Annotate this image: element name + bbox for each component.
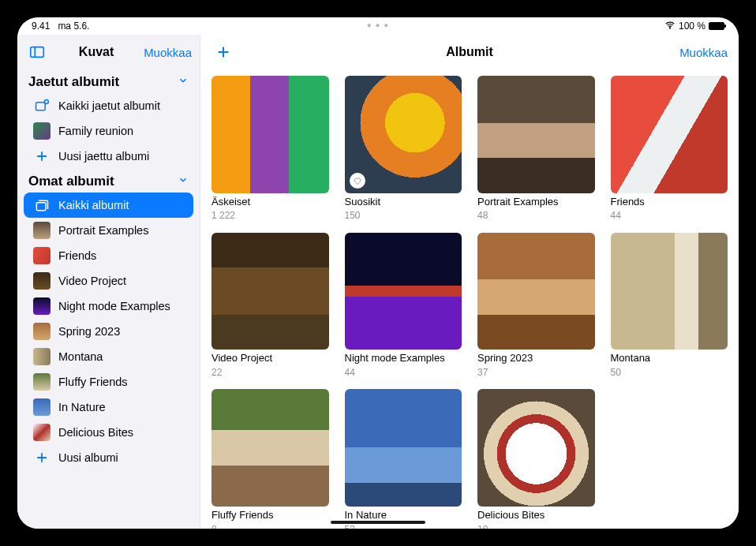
sidebar-item-label: Night mode Examples bbox=[58, 300, 170, 312]
album-count: 8 bbox=[211, 525, 329, 529]
sidebar-item-label: Fluffy Friends bbox=[58, 376, 128, 388]
album-tile[interactable]: Montana50 bbox=[611, 233, 728, 379]
battery-percent: 100 % bbox=[679, 21, 705, 32]
my-albums-label: Omat albumit bbox=[28, 174, 114, 189]
album-cover[interactable] bbox=[345, 233, 462, 350]
svg-point-0 bbox=[669, 27, 670, 28]
screen: 9.41 ma 5.6. ● ● ● 100 % Kuvat bbox=[17, 17, 739, 529]
sidebar-item-label: In Nature bbox=[58, 401, 106, 413]
album-tile[interactable]: Portrait Examples48 bbox=[477, 76, 595, 222]
sidebar-item-family-reunion[interactable]: Family reunion bbox=[24, 118, 193, 144]
sidebar-item-new-album[interactable]: Uusi albumi bbox=[24, 445, 193, 470]
shared-album-icon bbox=[33, 97, 51, 114]
album-thumb-icon bbox=[33, 398, 51, 416]
album-count: 53 bbox=[345, 525, 462, 529]
sidebar-item-label: Spring 2023 bbox=[58, 325, 120, 338]
album-cover[interactable] bbox=[477, 76, 595, 193]
album-name: In Nature bbox=[345, 510, 462, 522]
sidebar-item-label: Kaikki albumit bbox=[58, 199, 129, 211]
ipad-frame: 9.41 ma 5.6. ● ● ● 100 % Kuvat bbox=[0, 0, 756, 546]
battery-icon bbox=[709, 22, 724, 30]
sidebar-item-label: Uusi albumi bbox=[58, 451, 118, 464]
sidebar-item-label: Delicious Bites bbox=[58, 426, 133, 439]
sidebar-item-label: Montana bbox=[58, 350, 103, 363]
album-cover[interactable] bbox=[611, 76, 728, 193]
sidebar-edit-button[interactable]: Muokkaa bbox=[144, 46, 192, 59]
album-thumb-icon bbox=[33, 323, 51, 340]
main-header: Albumit Muokkaa bbox=[200, 35, 739, 69]
album-name: Spring 2023 bbox=[477, 353, 595, 365]
sidebar-title: Kuvat bbox=[55, 45, 137, 59]
album-thumb-icon bbox=[33, 373, 51, 391]
album-cover[interactable] bbox=[211, 389, 329, 507]
album-cover[interactable] bbox=[611, 233, 728, 350]
sidebar-item-album[interactable]: Spring 2023 bbox=[24, 319, 193, 344]
sidebar-header: Kuvat Muokkaa bbox=[17, 35, 200, 69]
sidebar-item-album[interactable]: Delicious Bites bbox=[24, 420, 193, 445]
sidebar-item-all-albums[interactable]: Kaikki albumit bbox=[24, 193, 193, 218]
plus-icon bbox=[33, 449, 51, 466]
album-tile[interactable]: Night mode Examples44 bbox=[345, 233, 462, 379]
plus-icon bbox=[33, 148, 51, 165]
album-thumb-icon bbox=[33, 348, 51, 365]
sidebar-item-label: Video Project bbox=[58, 275, 126, 287]
album-name: Friends bbox=[611, 196, 728, 208]
album-thumb-icon bbox=[33, 247, 51, 264]
album-tile[interactable]: Delicious Bites10 bbox=[477, 389, 595, 529]
album-thumb-icon bbox=[33, 297, 51, 315]
album-count: 50 bbox=[611, 368, 728, 378]
status-date: ma 5.6. bbox=[58, 21, 89, 32]
album-cover[interactable] bbox=[477, 233, 595, 350]
main-edit-button[interactable]: Muokkaa bbox=[679, 46, 728, 59]
status-right: 100 % bbox=[664, 20, 724, 33]
album-tile[interactable]: Suosikit150 bbox=[345, 76, 462, 222]
album-tile[interactable]: Friends44 bbox=[611, 76, 728, 222]
sidebar-item-album[interactable]: Night mode Examples bbox=[24, 294, 193, 319]
album-cover[interactable] bbox=[211, 233, 329, 350]
sidebar-item-album[interactable]: Friends bbox=[24, 243, 193, 268]
chevron-down-icon bbox=[178, 174, 189, 189]
album-count: 48 bbox=[477, 211, 595, 221]
albums-stack-icon bbox=[33, 196, 51, 214]
sidebar-item-album[interactable]: Fluffy Friends bbox=[24, 369, 193, 395]
album-count: 22 bbox=[211, 368, 329, 378]
sidebar-item-all-shared[interactable]: Kaikki jaetut albumit bbox=[24, 93, 193, 118]
album-cover[interactable] bbox=[477, 389, 595, 507]
shared-albums-header[interactable]: Jaetut albumit bbox=[17, 69, 200, 93]
album-thumb-icon bbox=[33, 424, 51, 441]
home-indicator[interactable] bbox=[331, 521, 425, 524]
add-button[interactable] bbox=[211, 40, 235, 64]
album-tile[interactable]: Äskeiset1 222 bbox=[211, 76, 329, 222]
sidebar-item-new-shared[interactable]: Uusi jaettu albumi bbox=[24, 144, 193, 169]
main-title: Albumit bbox=[446, 45, 493, 59]
sidebar-item-label: Family reunion bbox=[58, 125, 133, 137]
album-name: Video Project bbox=[211, 353, 329, 365]
multitask-dots-icon[interactable]: ● ● ● bbox=[367, 21, 390, 29]
album-thumb-icon bbox=[33, 122, 51, 140]
album-tile[interactable]: In Nature53 bbox=[345, 389, 462, 529]
album-cover[interactable] bbox=[345, 389, 462, 507]
sidebar-item-album[interactable]: Montana bbox=[24, 344, 193, 369]
sidebar-item-album[interactable]: Portrait Examples bbox=[24, 218, 193, 243]
sidebar-toggle-button[interactable] bbox=[25, 40, 49, 64]
sidebar-item-album[interactable]: In Nature bbox=[24, 395, 193, 420]
album-tile[interactable]: Fluffy Friends8 bbox=[211, 389, 329, 529]
sidebar-item-label: Portrait Examples bbox=[58, 224, 148, 237]
album-count: 150 bbox=[345, 211, 462, 221]
sidebar-item-label: Friends bbox=[58, 249, 96, 262]
album-tile[interactable]: Video Project22 bbox=[211, 233, 329, 379]
album-tile[interactable]: Spring 202337 bbox=[477, 233, 595, 379]
album-name: Night mode Examples bbox=[345, 353, 462, 365]
album-cover[interactable] bbox=[211, 76, 329, 193]
album-name: Montana bbox=[611, 353, 728, 365]
sidebar-item-label: Uusi jaettu albumi bbox=[58, 150, 149, 163]
status-bar: 9.41 ma 5.6. ● ● ● 100 % bbox=[17, 17, 739, 35]
main-panel: Albumit Muokkaa Äskeiset1 222Suosikit150… bbox=[200, 35, 739, 529]
album-count: 44 bbox=[611, 211, 728, 221]
album-cover[interactable] bbox=[345, 76, 462, 193]
album-thumb-icon bbox=[33, 222, 51, 239]
sidebar-item-album[interactable]: Video Project bbox=[24, 268, 193, 294]
my-albums-header[interactable]: Omat albumit bbox=[17, 169, 200, 193]
album-grid[interactable]: Äskeiset1 222Suosikit150Portrait Example… bbox=[200, 69, 739, 529]
album-thumb-icon bbox=[33, 272, 51, 290]
